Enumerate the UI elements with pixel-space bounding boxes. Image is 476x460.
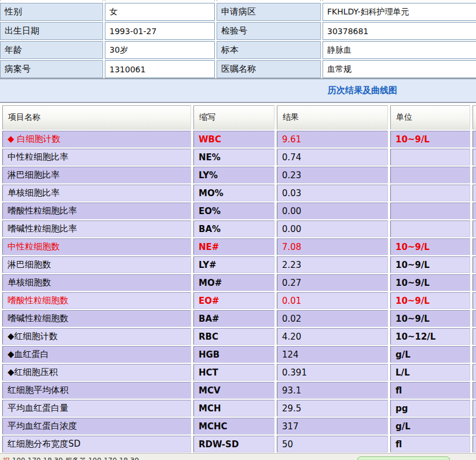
cell-result: 0.02 xyxy=(277,310,388,327)
cell-abbr: MCHC xyxy=(193,418,274,435)
table-row[interactable]: 单核细胞比率 MO% 0.03 xyxy=(2,185,476,201)
table-row[interactable]: 淋巴细胞数 LY# 2.23 10~9/L xyxy=(2,256,476,273)
cell-clipped xyxy=(473,400,476,417)
cell-unit: 10~9/L xyxy=(390,131,470,148)
results-table: 项目名称 缩写 结果 单位 ◆ 白细胞计数 WBC 9.61 10~9/L 中性… xyxy=(0,104,476,454)
table-row[interactable]: ◆红细胞压积 HCT 0.391 L/L xyxy=(2,364,476,381)
cell-clipped xyxy=(473,238,476,255)
table-row[interactable]: 平均血红蛋白浓度 MCHC 317 g/L xyxy=(2,418,476,435)
cell-item-name: 嗜酸性粒细胞比率 xyxy=(2,203,191,219)
cell-abbr: HGB xyxy=(193,346,274,363)
cell-abbr: HCT xyxy=(193,364,274,381)
status-text-rest: 100.170.18.39 服务器 100.170.18.39 xyxy=(10,457,139,460)
table-row[interactable]: 平均血红蛋白量 MCH 29.5 pg xyxy=(2,400,476,417)
table-row[interactable]: ◆血红蛋白 HGB 124 g/L xyxy=(2,346,476,363)
cell-unit xyxy=(390,149,470,165)
cell-unit xyxy=(390,185,470,201)
cell-item-name: 红细胞分布宽度SD xyxy=(2,436,191,452)
cell-clipped xyxy=(473,436,476,452)
cell-abbr: NE# xyxy=(193,238,274,255)
horizontal-divider xyxy=(0,102,476,103)
cell-clipped xyxy=(473,149,476,165)
cell-result: 0.27 xyxy=(277,274,388,291)
clipped-cell xyxy=(105,0,215,1)
cell-item-name: 单核细胞数 xyxy=(2,274,191,291)
cell-abbr: RBC xyxy=(193,328,274,345)
table-row[interactable]: 中性粒细胞比率 NE% 0.74 xyxy=(2,149,476,165)
field-label-age: 年龄 xyxy=(0,41,103,59)
field-label-sex: 性别 xyxy=(0,3,103,21)
cell-abbr: MO# xyxy=(193,274,274,291)
field-label-test-no: 检验号 xyxy=(217,22,321,40)
table-row[interactable]: 嗜酸性粒细胞比率 EO% 0.00 xyxy=(2,203,476,219)
cell-result: 0.00 xyxy=(277,220,388,237)
cell-item-name: 嗜碱性粒细胞数 xyxy=(2,310,191,327)
field-label-order-name: 医嘱名称 xyxy=(217,60,321,78)
cell-item-name: 红细胞平均体积 xyxy=(2,382,191,399)
cell-unit: g/L xyxy=(390,418,470,435)
table-row[interactable]: 嗜酸性粒细胞数 EO# 0.01 10~9/L xyxy=(2,292,476,309)
cell-result: 0.391 xyxy=(277,364,388,381)
history-band: 历次结果及曲线图 xyxy=(0,79,476,102)
cell-unit: fl xyxy=(390,436,470,452)
table-row[interactable]: 中性粒细胞数 NE# 7.08 10~9/L xyxy=(2,238,476,255)
cell-item-name: 中性粒细胞比率 xyxy=(2,149,191,165)
green-button-clipped[interactable] xyxy=(357,457,450,460)
cell-clipped xyxy=(473,292,476,309)
cell-result: 50 xyxy=(277,436,388,452)
cell-item-name: 嗜碱性粒细胞比率 xyxy=(2,220,191,237)
cell-unit: 10~9/L xyxy=(390,238,470,255)
cell-abbr: MCH xyxy=(193,400,274,417)
table-row[interactable]: ◆红细胞计数 RBC 4.20 10~12/L xyxy=(2,328,476,345)
table-row[interactable]: ◆ 白细胞计数 WBC 9.61 10~9/L xyxy=(2,131,476,148)
history-results-link[interactable]: 历次结果及曲线图 xyxy=(328,85,397,96)
cell-unit: L/L xyxy=(390,364,470,381)
cell-item-name: 单核细胞比率 xyxy=(2,185,191,201)
cell-item-name: ◆ 白细胞计数 xyxy=(2,131,191,148)
table-header-row: 项目名称 缩写 结果 单位 xyxy=(2,105,476,130)
header-clipped xyxy=(473,105,476,130)
cell-item-name: 嗜酸性粒细胞数 xyxy=(2,292,191,309)
cell-abbr: LY% xyxy=(193,167,274,183)
cell-item-name: 淋巴细胞数 xyxy=(2,256,191,273)
table-row[interactable]: 红细胞平均体积 MCV 93.1 fl xyxy=(2,382,476,399)
cell-item-name: 平均血红蛋白量 xyxy=(2,400,191,417)
cell-unit: 10~9/L xyxy=(390,256,470,273)
cell-item-name: 中性粒细胞数 xyxy=(2,238,191,255)
field-value-test-no: 30378681 xyxy=(323,22,476,40)
cell-clipped xyxy=(473,364,476,381)
field-label-birthdate: 出生日期 xyxy=(0,22,103,40)
cell-item-name: ◆红细胞压积 xyxy=(2,364,191,381)
cell-unit xyxy=(390,203,470,219)
status-text-clipped: 报 100.170.18.39 服务器 100.170.18.39 xyxy=(3,456,139,460)
cell-clipped xyxy=(473,328,476,345)
cell-abbr: EO# xyxy=(193,292,274,309)
lab-results-page: 性别 女 申请病区 FKHLDY-妇科护理单元 出生日期 1993-01-27 … xyxy=(0,0,476,460)
cell-abbr: BA# xyxy=(193,310,274,327)
cell-abbr: MO% xyxy=(193,185,274,201)
table-row[interactable]: 淋巴细胞比率 LY% 0.23 xyxy=(2,167,476,183)
table-row[interactable]: 红细胞分布宽度SD RDW-SD 50 fl xyxy=(2,436,476,452)
table-row[interactable]: 嗜碱性粒细胞数 BA# 0.02 10~9/L xyxy=(2,310,476,327)
cell-item-name: ◆红细胞计数 xyxy=(2,328,191,345)
table-row[interactable]: 单核细胞数 MO# 0.27 10~9/L xyxy=(2,274,476,291)
cell-unit: g/L xyxy=(390,346,470,363)
table-row[interactable]: 嗜碱性粒细胞比率 BA% 0.00 xyxy=(2,220,476,237)
cell-clipped xyxy=(473,382,476,399)
cell-unit: fl xyxy=(390,382,470,399)
cell-result: 317 xyxy=(277,418,388,435)
field-value-order-name: 血常规 xyxy=(323,60,476,78)
clipped-cell xyxy=(0,0,103,1)
cell-abbr: EO% xyxy=(193,203,274,219)
cell-abbr: RDW-SD xyxy=(193,436,274,452)
cell-result: 7.08 xyxy=(277,238,388,255)
status-bar: 报 100.170.18.39 服务器 100.170.18.39 xyxy=(0,453,476,460)
cell-clipped xyxy=(473,185,476,201)
header-result: 结果 xyxy=(277,105,388,130)
header-item-name: 项目名称 xyxy=(2,105,191,130)
clipped-cell xyxy=(323,0,476,1)
cell-clipped xyxy=(473,274,476,291)
cell-clipped xyxy=(473,346,476,363)
cell-result: 4.20 xyxy=(277,328,388,345)
field-value-birthdate: 1993-01-27 xyxy=(105,22,215,40)
